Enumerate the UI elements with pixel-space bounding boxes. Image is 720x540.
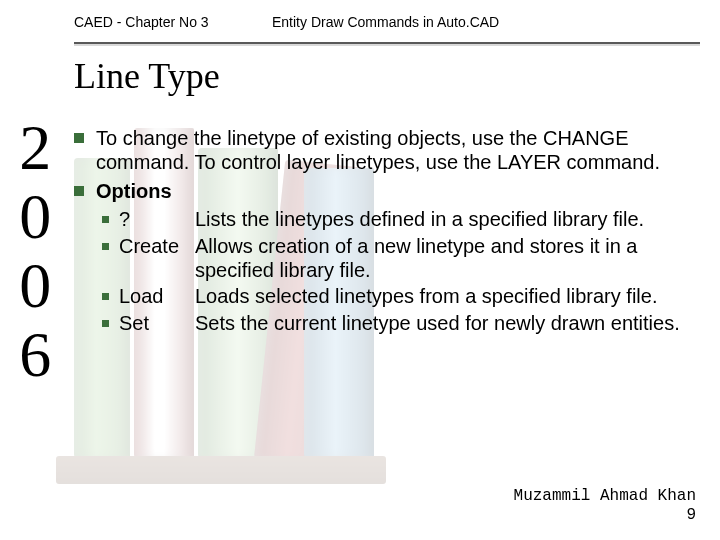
bullet-icon <box>102 293 109 300</box>
content: To change the linetype of existing objec… <box>74 126 696 337</box>
option-desc: Allows creation of a new linetype and st… <box>195 234 696 283</box>
paragraph-1: To change the linetype of existing objec… <box>96 126 696 175</box>
option-term: Set <box>119 311 195 335</box>
option-desc: Lists the linetypes defined in a specifi… <box>195 207 696 231</box>
option-desc: Sets the current linetype used for newly… <box>195 311 696 335</box>
option-term: Load <box>119 284 195 308</box>
option-row: Set Sets the current linetype used for n… <box>98 311 696 335</box>
page-title: Line Type <box>74 55 220 97</box>
option-row: Load Loads selected linetypes from a spe… <box>98 284 696 308</box>
bullet-icon <box>74 133 84 143</box>
option-row: ? Lists the linetypes defined in a speci… <box>98 207 696 231</box>
author: Muzammil Ahmad Khan <box>514 487 696 505</box>
bullet-icon <box>102 243 109 250</box>
bullet-icon <box>102 216 109 223</box>
year-vertical: 2006 <box>4 112 65 388</box>
footer: Muzammil Ahmad Khan 9 <box>514 487 696 524</box>
bullet-icon <box>74 186 84 196</box>
options-label: Options <box>96 179 172 203</box>
header-chapter: CAED - Chapter No 3 <box>74 14 272 30</box>
header-rule-shadow <box>74 44 700 46</box>
bullet-icon <box>102 320 109 327</box>
options-list: ? Lists the linetypes defined in a speci… <box>98 207 696 335</box>
header: CAED - Chapter No 3 Entity Draw Commands… <box>0 0 720 38</box>
option-row: Create Allows creation of a new linetype… <box>98 234 696 283</box>
header-topic: Entity Draw Commands in Auto.CAD <box>272 14 499 30</box>
page-number: 9 <box>514 506 696 524</box>
option-desc: Loads selected linetypes from a specifie… <box>195 284 696 308</box>
option-term: Create <box>119 234 195 283</box>
option-term: ? <box>119 207 195 231</box>
